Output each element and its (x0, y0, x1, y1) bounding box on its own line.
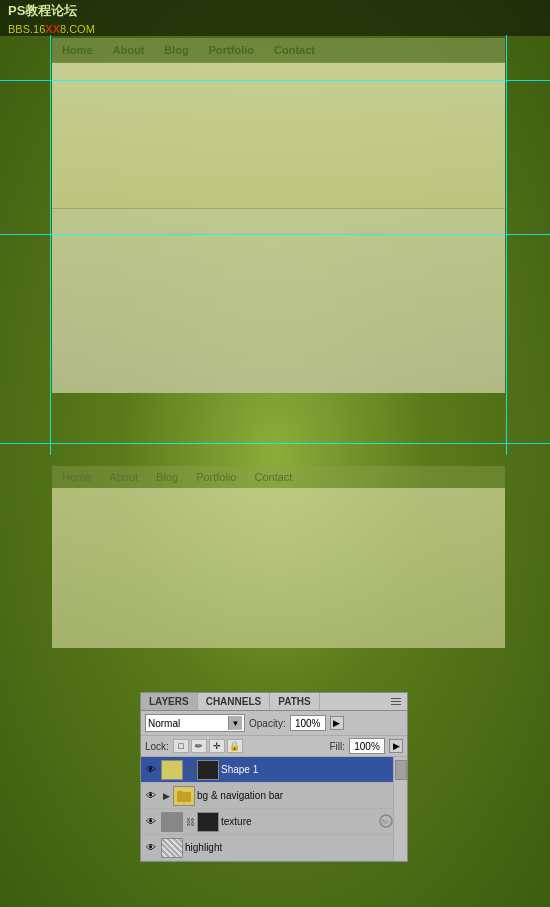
layer-name-texture: texture (221, 816, 377, 827)
eye-icon-bg-nav[interactable]: 👁 (143, 788, 159, 804)
web-content-section-2 (52, 208, 505, 393)
layer-row-highlight[interactable]: 👁 highlight (141, 835, 393, 861)
panel-menu-icon[interactable] (388, 695, 404, 709)
nav-link-contact[interactable]: Contact (274, 44, 315, 56)
web-nav-bottom: Home About Blog Portfolio Contact (52, 466, 505, 488)
layer-name-highlight: highlight (185, 842, 391, 853)
blend-mode-value: Normal (148, 718, 180, 729)
nav-link-blog[interactable]: Blog (164, 44, 188, 56)
layer-name-bg-nav: bg & navigation bar (197, 790, 391, 801)
thumb2-shape1 (197, 760, 219, 780)
opacity-label: Opacity: (249, 718, 286, 729)
scroll-thumb[interactable] (395, 760, 407, 780)
chain-texture: ⛓ (185, 814, 195, 830)
web-mockup-bottom: Home About Blog Portfolio Contact (52, 466, 505, 648)
layers-rows: 👁 ⛓ Shape 1 👁 ▶ bg & navigation bar (141, 757, 393, 861)
tab-layers[interactable]: LAYERS (141, 693, 198, 710)
lock-fill-row: Lock: □ ✏ ✛ 🔒 Fill: 100% ▶ (141, 736, 407, 757)
nav-link-home[interactable]: Home (62, 44, 93, 56)
guide-line-h1 (0, 80, 550, 81)
blend-opacity-row: Normal ▼ Opacity: 100% ▶ (141, 711, 407, 736)
thumb-texture (161, 812, 183, 832)
fill-input[interactable]: 100% (349, 738, 385, 754)
layers-content-area: 👁 ⛓ Shape 1 👁 ▶ bg & navigation bar (141, 757, 407, 861)
thumb-bg-nav (173, 786, 195, 806)
web-nav-top: Home About Blog Portfolio Contact (52, 38, 505, 63)
top-bar: PS教程论坛 (0, 0, 550, 22)
lock-all-icon[interactable]: 🔒 (227, 739, 243, 753)
blend-mode-dropdown-arrow[interactable]: ▼ (228, 716, 242, 730)
web-mockup-top: Home About Blog Portfolio Contact (52, 38, 505, 393)
guide-line-v2 (506, 35, 507, 455)
lock-paint-icon[interactable]: ✏ (191, 739, 207, 753)
nav-link-portfolio[interactable]: Portfolio (209, 44, 254, 56)
fx-icon-texture: fx (379, 814, 391, 830)
layer-row-texture[interactable]: 👁 ⛓ texture fx (141, 809, 393, 835)
eye-icon-texture[interactable]: 👁 (143, 814, 159, 830)
nav-bottom-link-portfolio[interactable]: Portfolio (196, 471, 236, 483)
opacity-input[interactable]: 100% (290, 715, 326, 731)
tab-channels[interactable]: CHANNELS (198, 693, 271, 710)
lock-icons: □ ✏ ✛ 🔒 (173, 739, 243, 753)
guide-line-h2 (0, 234, 550, 235)
fill-arrow-btn[interactable]: ▶ (389, 739, 403, 753)
nav-bottom-link-home[interactable]: Home (62, 471, 91, 483)
thumb2-texture (197, 812, 219, 832)
panel-tabs-list: LAYERS CHANNELS PATHS (141, 693, 320, 710)
web-content-section-bottom (52, 488, 505, 648)
panel-tabs-row: LAYERS CHANNELS PATHS (141, 693, 407, 711)
eye-icon-shape1[interactable]: 👁 (143, 762, 159, 778)
lock-transparent-icon[interactable]: □ (173, 739, 189, 753)
thumb-highlight (161, 838, 183, 858)
thumb-shape1 (161, 760, 183, 780)
guide-line-v1 (50, 35, 51, 455)
layer-name-shape1: Shape 1 (221, 764, 391, 775)
layer-row-bg-nav[interactable]: 👁 ▶ bg & navigation bar (141, 783, 393, 809)
expand-icon-bg-nav[interactable]: ▶ (161, 788, 171, 804)
nav-bottom-link-contact[interactable]: Contact (254, 471, 292, 483)
guide-line-h3 (0, 443, 550, 444)
fill-label: Fill: (329, 741, 345, 752)
layer-row-shape1[interactable]: 👁 ⛓ Shape 1 (141, 757, 393, 783)
chain-shape1: ⛓ (185, 762, 195, 778)
layers-panel: LAYERS CHANNELS PATHS Normal ▼ Opacity: … (140, 692, 408, 862)
blend-mode-select[interactable]: Normal ▼ (145, 714, 245, 732)
lock-position-icon[interactable]: ✛ (209, 739, 225, 753)
nav-bottom-link-about[interactable]: About (109, 471, 138, 483)
lock-label: Lock: (145, 741, 169, 752)
site-title: PS教程论坛 (8, 2, 77, 20)
layers-scrollbar[interactable] (393, 757, 407, 861)
tab-paths[interactable]: PATHS (270, 693, 319, 710)
site-url: BBS.16XX8.COM (8, 23, 95, 35)
nav-link-about[interactable]: About (113, 44, 145, 56)
nav-bottom-link-blog[interactable]: Blog (156, 471, 178, 483)
web-content-section-1 (52, 63, 505, 208)
opacity-arrow-btn[interactable]: ▶ (330, 716, 344, 730)
eye-icon-highlight[interactable]: 👁 (143, 840, 159, 856)
svg-text:fx: fx (382, 818, 388, 825)
